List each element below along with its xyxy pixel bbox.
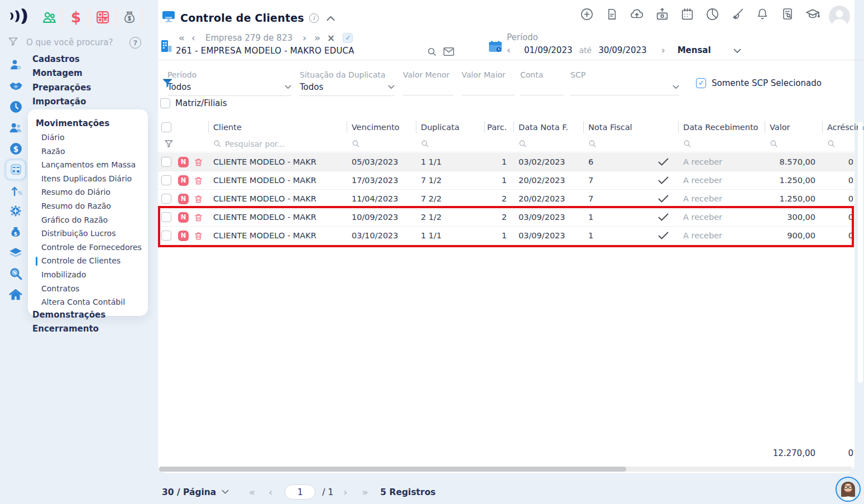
clock-icon[interactable] — [4, 97, 27, 117]
submenu-item-contratos[interactable]: Contratos — [36, 282, 148, 296]
filter-valor-menor[interactable]: Valor Menor — [403, 69, 453, 95]
layers-icon[interactable] — [4, 243, 27, 263]
dollar-circle-icon[interactable]: $ — [4, 138, 27, 159]
last-company-icon[interactable]: » — [314, 32, 319, 44]
submenu-item-controle-clientes[interactable]: Controle de Clientes — [36, 254, 148, 268]
submenu-item-distribuicao-lucros[interactable]: Distribuição Lucros — [36, 227, 148, 241]
last-page-icon[interactable]: » — [362, 487, 367, 498]
trash-icon[interactable] — [194, 213, 203, 222]
search-acrescimo[interactable] — [822, 136, 855, 152]
search-vencimento[interactable] — [347, 136, 416, 152]
row-checkbox[interactable] — [161, 231, 171, 241]
submenu-item-imobilizado[interactable]: Imobilizado — [36, 268, 148, 282]
app-moneybag-icon[interactable] — [117, 6, 142, 28]
somente-scp-checkbox[interactable]: Somente SCP Selecionado — [696, 78, 822, 88]
sidebar-item-encerramento[interactable]: Encerramento — [32, 322, 105, 336]
search-data-recebimento[interactable] — [678, 136, 765, 152]
user-avatar[interactable] — [829, 6, 850, 27]
bell-icon[interactable] — [755, 7, 770, 21]
col-nota-fiscal[interactable]: Nota Fiscal — [583, 118, 653, 136]
row-checkbox[interactable] — [161, 175, 171, 185]
submenu-item-resumo-diario[interactable]: Resumo do Diário — [36, 185, 148, 199]
people-icon[interactable] — [4, 117, 27, 138]
submenu-item-resumo-razao[interactable]: Resumo do Razão — [36, 199, 148, 213]
trend-percent-icon[interactable]: % — [4, 180, 27, 200]
new-badge[interactable]: N — [178, 175, 189, 186]
col-duplicata[interactable]: Duplicata — [416, 118, 484, 136]
col-vencimento[interactable]: Vencimento — [347, 118, 416, 136]
sidebar-item-importacao[interactable]: Importação — [32, 95, 91, 109]
col-data-recebimento[interactable]: Data Recebimento — [678, 118, 765, 136]
broom-icon[interactable] — [730, 7, 745, 21]
pie-chart-icon[interactable] — [705, 7, 719, 21]
next-company-icon[interactable]: › — [303, 32, 306, 44]
vertical-scrollbar[interactable] — [858, 122, 863, 383]
row-checkbox[interactable] — [161, 194, 171, 204]
trash-icon[interactable] — [194, 231, 203, 241]
app-finance-icon[interactable]: $ — [64, 6, 88, 28]
row-checkbox[interactable] — [161, 212, 171, 222]
trash-icon[interactable] — [194, 176, 203, 185]
prev-period-icon[interactable]: ‹ — [507, 45, 511, 56]
sidebar-item-cadastros[interactable]: Cadastros — [32, 52, 91, 66]
filter-conta[interactable]: Conta — [520, 69, 564, 95]
submenu-item-itens-duplicados[interactable]: Itens Duplicados Diário — [36, 172, 148, 186]
person-gear-icon[interactable] — [4, 55, 27, 75]
next-period-icon[interactable]: › — [661, 45, 665, 56]
search-cliente[interactable]: Pesquisar por... — [208, 136, 347, 152]
filter-valor-maior[interactable]: Valor Maior — [462, 69, 515, 95]
home-icon[interactable] — [4, 284, 27, 305]
period-from[interactable]: 01/09/2023 — [524, 45, 572, 55]
period-mode[interactable]: Mensal — [678, 45, 711, 55]
new-badge[interactable]: N — [178, 157, 189, 167]
app-people-icon[interactable] — [37, 6, 61, 28]
sidebar-filter-icon[interactable] — [8, 36, 18, 49]
company-search-icon[interactable] — [427, 47, 437, 59]
checkbox-icon[interactable] — [160, 98, 170, 108]
app-calculator-icon[interactable] — [90, 6, 115, 28]
company-checkbox[interactable] — [343, 33, 353, 43]
gear-icon[interactable] — [4, 201, 27, 222]
first-company-icon[interactable]: « — [179, 32, 184, 44]
new-badge[interactable]: N — [178, 212, 189, 223]
add-icon[interactable] — [579, 7, 594, 21]
matriz-filiais-checkbox[interactable]: Matriz/Filiais — [160, 98, 227, 108]
trash-icon[interactable] — [194, 157, 203, 167]
document-icon[interactable] — [604, 7, 619, 21]
table-filter-icon[interactable] — [158, 136, 176, 152]
search-icon[interactable] — [4, 263, 27, 284]
submenu-item-lancamentos[interactable]: Lançamentos em Massa — [36, 158, 148, 172]
page-input[interactable]: 1 — [285, 484, 315, 500]
checkbox-icon[interactable] — [696, 78, 706, 88]
submenu-item-grafico-razao[interactable]: Gráfico do Razão — [36, 213, 148, 227]
collapse-chevron-icon[interactable] — [327, 13, 335, 23]
new-badge[interactable]: N — [178, 194, 189, 204]
clear-company-icon[interactable]: × — [327, 32, 335, 44]
period-to[interactable]: 30/09/2023 — [598, 45, 646, 55]
prev-company-icon[interactable]: ‹ — [191, 32, 195, 44]
next-page-icon[interactable]: › — [343, 487, 347, 498]
search-duplicata[interactable] — [416, 136, 484, 152]
submenu-item-altera-conta[interactable]: Altera Conta Contábil — [36, 295, 148, 309]
col-cliente[interactable]: Cliente — [208, 118, 347, 136]
audit-search-icon[interactable] — [780, 7, 795, 21]
search-data-nota[interactable] — [513, 136, 583, 152]
prev-page-icon[interactable]: ‹ — [268, 487, 272, 498]
submenu-item-razao[interactable]: Razão — [36, 145, 148, 159]
info-icon[interactable]: i — [309, 13, 319, 23]
cash-upload-icon[interactable] — [655, 7, 669, 21]
handshake-icon[interactable] — [4, 75, 27, 96]
submenu-item-controle-fornecedores[interactable]: Controle de Fornecedores — [36, 241, 148, 255]
graduation-cap-icon[interactable] — [805, 7, 820, 21]
calendar-icon[interactable] — [680, 7, 694, 21]
sidebar-item-preparacoes[interactable]: Preparações — [32, 81, 91, 95]
period-mode-chevron-icon[interactable] — [733, 45, 741, 56]
row-checkbox[interactable] — [161, 157, 171, 167]
search-valor[interactable] — [765, 136, 822, 152]
select-all-checkbox[interactable] — [161, 122, 171, 132]
sidebar-item-montagem[interactable]: Montagem — [32, 66, 91, 80]
calculator-icon[interactable] — [4, 159, 27, 180]
sidebar-item-demonstracoes[interactable]: Demonstrações — [32, 308, 105, 322]
filter-situacao[interactable]: Situação da Duplicata Todos — [300, 69, 395, 96]
horizontal-scrollbar-thumb[interactable] — [159, 467, 626, 472]
